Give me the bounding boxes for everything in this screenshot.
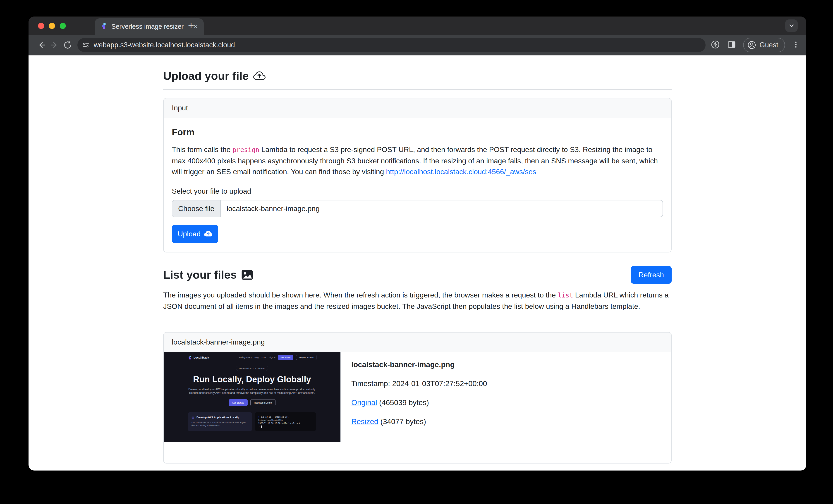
site-settings-icon <box>82 41 90 49</box>
battery-saver-icon[interactable] <box>711 40 720 50</box>
cloud-upload-icon <box>253 70 265 82</box>
form-description: This form calls the presign Lambda to re… <box>172 144 663 177</box>
file-thumbnail[interactable]: LocalStack Pricing & FAQ Blog Docs Sign … <box>164 352 341 442</box>
original-link[interactable]: Original <box>351 398 377 407</box>
browser-toolbar: webapp.s3-website.localhost.localstack.c… <box>28 34 806 55</box>
side-panel-icon[interactable] <box>727 40 736 50</box>
profile-label: Guest <box>759 41 778 49</box>
browser-window: Serverless image resizer × + w <box>28 17 806 471</box>
reload-button[interactable] <box>61 39 74 52</box>
tab-strip: Serverless image resizer × + <box>28 17 806 34</box>
toolbar-right-icons: Guest <box>711 38 800 52</box>
banner-get-started-button: Get Started <box>278 355 293 360</box>
selected-file-name: localstack-banner-image.png <box>221 200 326 217</box>
reload-icon <box>63 40 72 50</box>
banner-nav-link: Pricing & FAQ <box>239 356 252 358</box>
tab-search-button[interactable] <box>785 20 798 32</box>
chevron-down-icon <box>788 22 795 29</box>
list-code: list <box>558 292 573 299</box>
minimize-window-button[interactable] <box>49 23 55 29</box>
banner-terminal: ❯ aws s3 ls --endpoint-url http://localh… <box>255 412 316 431</box>
banner-nav-link: Docs <box>261 356 266 358</box>
file-select-label: Select your file to upload <box>172 187 663 196</box>
input-card: Input Form This form calls the presign L… <box>163 98 672 252</box>
ses-link[interactable]: http://localhost.localstack.cloud:4566/_… <box>386 168 536 176</box>
divider <box>163 322 672 322</box>
tab-title: Serverless image resizer <box>111 23 189 30</box>
forward-button[interactable] <box>48 39 61 52</box>
new-tab-button[interactable]: + <box>185 19 197 32</box>
banner-headline: Run Locally, Deploy Globally <box>164 375 340 384</box>
upload-heading: Upload your file <box>163 70 672 82</box>
file-card: localstack-banner-image.png Local <box>163 332 672 463</box>
url-bar[interactable]: webapp.s3-website.localhost.localstack.c… <box>77 38 706 52</box>
banner-subtext: Develop and test your AWS applications l… <box>186 388 318 395</box>
close-window-button[interactable] <box>38 23 44 29</box>
choose-file-button[interactable]: Choose file <box>172 200 221 217</box>
page-content: Upload your file Input Form This form ca… <box>28 55 806 471</box>
form-heading: Form <box>172 127 663 137</box>
back-icon <box>37 40 46 50</box>
banner-nav-link: Sign in <box>269 356 276 358</box>
banner-badge: LocalStack v3.0 is out now! <box>236 366 268 371</box>
upload-button[interactable]: Upload <box>172 225 218 243</box>
zoom-window-button[interactable] <box>60 23 66 29</box>
profile-button[interactable]: Guest <box>743 38 785 52</box>
traffic-lights <box>38 23 66 29</box>
divider <box>163 90 672 90</box>
banner-feature-icon <box>191 416 194 419</box>
file-row: LocalStack Pricing & FAQ Blog Docs Sign … <box>164 352 671 442</box>
resized-row: Resized (34077 bytes) <box>351 418 487 426</box>
banner-cta-primary: Get Started <box>229 399 248 406</box>
banner-feature-card: Develop AWS Applications Locally Use Loc… <box>188 412 252 431</box>
banner-cta-outline: Request a Demo <box>251 399 276 406</box>
file-input[interactable]: Choose file localstack-banner-image.png <box>172 200 663 217</box>
file-details: localstack-banner-image.png Timestamp: 2… <box>341 352 498 442</box>
original-row: Original (465039 bytes) <box>351 398 487 407</box>
cloud-upload-fill-icon <box>204 230 212 238</box>
banner-nav-link: Blog <box>255 356 259 358</box>
refresh-button[interactable]: Refresh <box>631 266 672 284</box>
resized-link[interactable]: Resized <box>351 418 378 426</box>
guest-avatar-icon <box>747 41 756 50</box>
menu-kebab-icon[interactable] <box>792 41 800 50</box>
presign-code: presign <box>233 146 259 154</box>
input-card-header: Input <box>164 98 671 118</box>
file-timestamp: Timestamp: 2024-01-03T07:27:52+00:00 <box>351 379 487 388</box>
image-icon <box>241 269 253 281</box>
file-name: localstack-banner-image.png <box>351 360 487 369</box>
favicon <box>100 23 107 30</box>
banner-demo-button: Request a Demo <box>296 355 316 360</box>
list-heading: List your files <box>163 268 253 281</box>
back-button[interactable] <box>35 39 48 52</box>
list-description: The images you uploaded should be shown … <box>163 289 672 312</box>
file-card-header: localstack-banner-image.png <box>164 332 671 352</box>
localstack-logo: LocalStack <box>188 355 209 360</box>
forward-icon <box>50 40 60 50</box>
url-text: webapp.s3-website.localhost.localstack.c… <box>94 41 235 49</box>
